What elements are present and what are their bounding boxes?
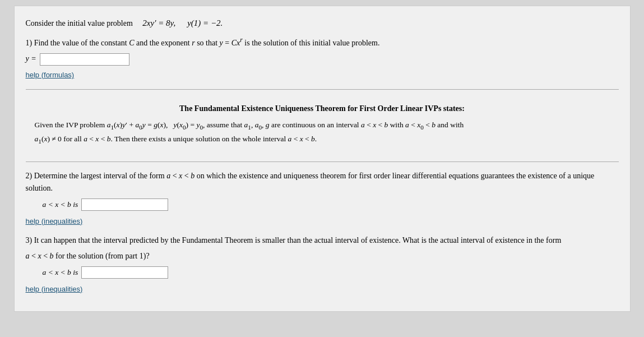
- divider-1: [26, 89, 619, 90]
- y-input[interactable]: [40, 53, 129, 66]
- part2-instruction: 2) Determine the largest interval of the…: [26, 170, 619, 195]
- divider-2: [26, 161, 619, 162]
- axb-label-2: a < x < b is: [43, 266, 78, 279]
- axb-label-1: a < x < b is: [43, 198, 78, 211]
- theorem-body: Given the IVP problem a1(x)y′ + a0y = g(…: [35, 119, 610, 147]
- problem-statement: Initial Value Problem Consider the initi…: [26, 16, 619, 30]
- main-container: Initial Value Problem Consider the initi…: [14, 6, 631, 312]
- intro-text: Initial Value Problem Consider the initi…: [26, 16, 619, 30]
- theorem-box: The Fundamental Existence Uniqueness The…: [26, 98, 619, 154]
- part3-answer-row: a < x < b is: [43, 266, 619, 279]
- axb-input-2[interactable]: [81, 266, 168, 279]
- y-label: y =: [26, 53, 36, 65]
- help-inequalities-link-1[interactable]: help (inequalities): [26, 217, 83, 225]
- part1-instruction: 1) Find the value of the constant C and …: [26, 35, 619, 49]
- part2-answer-row: a < x < b is: [43, 198, 619, 211]
- axb-input-1[interactable]: [81, 198, 168, 211]
- ivp-equation: 2xy′ = 8y,: [142, 19, 175, 27]
- part2-section: 2) Determine the largest interval of the…: [26, 170, 619, 228]
- theorem-line1: Given the IVP problem a1(x)y′ + a0y = g(…: [35, 119, 610, 133]
- part1-section: 1) Find the value of the constant C and …: [26, 35, 619, 81]
- theorem-line2: a1(x) ≠ 0 for all a < x < b. Then there …: [35, 133, 610, 147]
- part3-instruction: 3) It can happen that the interval predi…: [26, 234, 619, 247]
- part3-instruction-2: a < x < b for the solution (from part 1)…: [26, 250, 619, 262]
- theorem-title: The Fundamental Existence Uniqueness The…: [35, 104, 610, 113]
- help-inequalities-link-2[interactable]: help (inequalities): [26, 285, 83, 293]
- ivp-condition: y(1) = −2.: [187, 19, 223, 27]
- part1-answer-row: y =: [26, 53, 619, 65]
- help-formulas-link[interactable]: help (formulas): [26, 71, 75, 79]
- part3-section: 3) It can happen that the interval predi…: [26, 234, 619, 296]
- ivp-spacer: [178, 19, 186, 27]
- consider-text: Consider the initial value problem: [26, 19, 141, 27]
